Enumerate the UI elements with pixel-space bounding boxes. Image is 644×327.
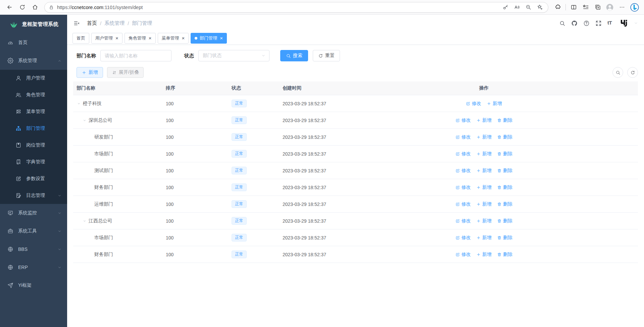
fullscreen-button[interactable] (595, 20, 602, 26)
font-size-button[interactable]: tT (607, 20, 614, 26)
tree-expand-icon[interactable] (82, 219, 87, 223)
sidebar-item-home[interactable]: 首页 (0, 34, 67, 52)
search-icon (286, 53, 291, 58)
status-select[interactable]: 部门状态 (198, 50, 269, 61)
collections-button[interactable] (592, 2, 604, 13)
row-action-edit[interactable]: 修改 (455, 252, 471, 258)
help-button[interactable] (583, 20, 590, 26)
split-screen-button[interactable] (567, 2, 580, 13)
sidebar-item-dept[interactable]: 部门管理 (0, 120, 67, 137)
sidebar-item-yi[interactable]: Yi框架 (0, 276, 67, 294)
row-action-add[interactable]: 新增 (476, 117, 492, 123)
sidebar-collapse-button[interactable] (73, 20, 80, 27)
row-action-delete[interactable]: 删除 (497, 151, 512, 157)
sidebar-item-bbs[interactable]: BBS (0, 240, 67, 258)
refresh-button[interactable] (16, 2, 28, 13)
profile-button[interactable] (604, 2, 616, 13)
copilot-button[interactable] (629, 2, 641, 13)
row-action-delete[interactable]: 删除 (497, 117, 512, 123)
row-action-delete[interactable]: 删除 (497, 168, 512, 174)
search-button[interactable] (559, 20, 565, 26)
url-text[interactable]: https://ccnetcore.com:1101/system/dept (57, 5, 500, 10)
row-action-add[interactable]: 新增 (476, 235, 492, 241)
expand-collapse-button[interactable]: 展开/折叠 (107, 67, 144, 78)
sidebar-item-role[interactable]: 角色管理 (0, 87, 67, 103)
favorite-add-icon (537, 4, 543, 10)
row-action-edit[interactable]: 修改 (455, 235, 471, 241)
row-action-delete[interactable]: 删除 (497, 235, 512, 241)
row-action-add[interactable]: 新增 (487, 101, 502, 107)
row-action-edit[interactable]: 修改 (466, 101, 481, 107)
tree-expand-icon[interactable] (82, 118, 87, 123)
close-icon[interactable]: × (220, 36, 223, 41)
row-action-add[interactable]: 新增 (476, 168, 492, 174)
more-button[interactable] (616, 2, 628, 13)
column-header: 排序 (164, 85, 232, 91)
sidebar-item-dict[interactable]: 字典管理 (0, 154, 67, 170)
row-actions: 修改新增删除 (430, 235, 538, 241)
tab-menu[interactable]: 菜单管理× (158, 33, 189, 44)
row-action-add[interactable]: 新增 (476, 134, 492, 140)
refresh-table-button[interactable] (627, 67, 638, 78)
action-label: 修改 (461, 134, 471, 140)
toggle-search-button[interactable] (612, 67, 623, 78)
tab-dept[interactable]: 部门管理× (191, 33, 227, 44)
tree-expand-icon[interactable] (77, 101, 81, 106)
row-action-edit[interactable]: 修改 (455, 218, 471, 224)
caret-down-icon[interactable] (634, 21, 638, 25)
user-menu-button[interactable] (620, 19, 628, 28)
dept-name-input[interactable] (100, 50, 171, 61)
action-label: 修改 (461, 201, 471, 207)
row-action-edit[interactable]: 修改 (455, 201, 471, 207)
row-action-edit[interactable]: 修改 (455, 134, 471, 140)
favorites-bar-button[interactable] (580, 2, 592, 13)
row-action-delete[interactable]: 删除 (497, 218, 512, 224)
back-button[interactable] (3, 2, 15, 13)
row-action-edit[interactable]: 修改 (455, 117, 471, 123)
row-action-delete[interactable]: 删除 (497, 134, 512, 140)
add-favorite-button[interactable] (534, 2, 545, 12)
breadcrumb-item[interactable]: 首页 (87, 20, 97, 26)
status-badge: 正常 (232, 183, 247, 192)
sidebar-item-menu[interactable]: 菜单管理 (0, 103, 67, 120)
sidebar-item-post[interactable]: 岗位管理 (0, 137, 67, 154)
row-action-edit[interactable]: 修改 (455, 151, 471, 157)
search-button[interactable]: 搜索 (280, 50, 308, 61)
table-row: 橙子科技100正常2023-03-29 18:52:37修改新增 (73, 95, 638, 112)
add-button[interactable]: 新增 (77, 67, 103, 78)
home-button[interactable] (29, 2, 41, 13)
row-action-edit[interactable]: 修改 (455, 184, 471, 190)
url-path: :1101/system/dept (103, 5, 143, 10)
row-action-add[interactable]: 新增 (476, 201, 492, 207)
tab-user[interactable]: 用户管理× (91, 33, 122, 44)
sidebar-item-system[interactable]: 系统管理 (0, 52, 67, 70)
sidebar-item-erp[interactable]: ERP (0, 258, 67, 276)
sidebar-item-label: Yi框架 (18, 282, 62, 288)
row-action-add[interactable]: 新增 (476, 184, 492, 190)
row-action-edit[interactable]: 修改 (455, 168, 471, 174)
close-icon[interactable]: × (182, 36, 185, 41)
reset-button[interactable]: 重置 (313, 50, 340, 61)
tab-home[interactable]: 首页 (72, 33, 89, 44)
close-icon[interactable]: × (149, 36, 152, 41)
address-bar[interactable]: https://ccnetcore.com:1101/system/dept (44, 2, 548, 13)
sidebar-item-param[interactable]: 参数设置 (0, 170, 67, 187)
zoom-out-button[interactable] (523, 2, 534, 12)
globe-icon (7, 264, 13, 270)
sidebar-item-tool[interactable]: 系统工具 (0, 222, 67, 240)
read-aloud-button[interactable] (511, 2, 523, 12)
password-button[interactable] (500, 2, 511, 12)
row-action-add[interactable]: 新增 (476, 151, 492, 157)
row-action-delete[interactable]: 删除 (497, 184, 512, 190)
sidebar-item-user[interactable]: 用户管理 (0, 70, 67, 87)
github-button[interactable] (571, 20, 578, 26)
row-action-delete[interactable]: 删除 (497, 252, 512, 258)
sidebar-item-log[interactable]: 日志管理 (0, 187, 67, 204)
sidebar-item-monitor[interactable]: 系统监控 (0, 204, 67, 222)
row-action-add[interactable]: 新增 (476, 252, 492, 258)
extensions-button[interactable] (552, 2, 564, 13)
tab-role[interactable]: 角色管理× (125, 33, 156, 44)
row-action-delete[interactable]: 删除 (497, 201, 512, 207)
close-icon[interactable]: × (115, 36, 118, 41)
row-action-add[interactable]: 新增 (476, 218, 492, 224)
